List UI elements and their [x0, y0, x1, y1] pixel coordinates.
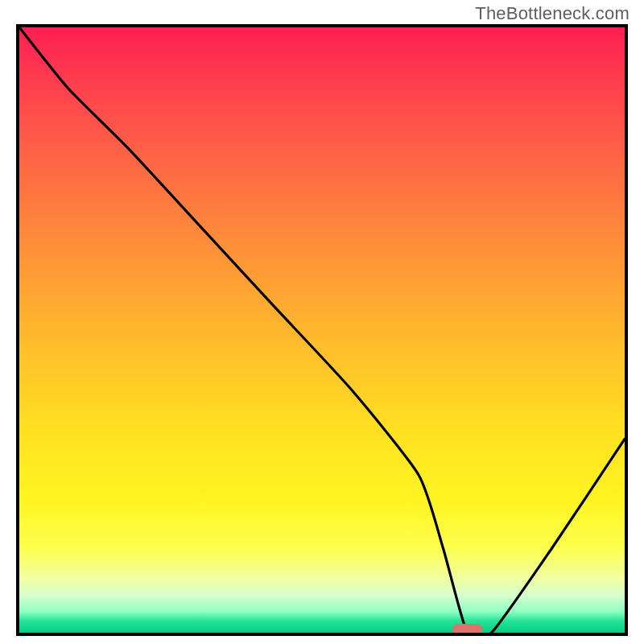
plot-area: [16, 24, 628, 636]
chart-frame: TheBottleneck.com: [0, 0, 644, 644]
watermark-text: TheBottleneck.com: [475, 3, 630, 24]
optimal-marker: [452, 624, 483, 635]
bottleneck-curve: [19, 27, 625, 633]
